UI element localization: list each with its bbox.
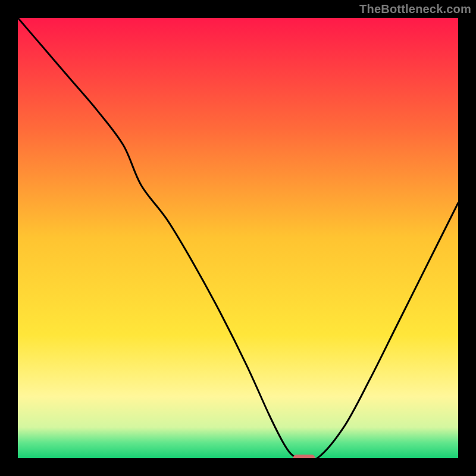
bottleneck-chart [18,18,458,458]
optimal-marker [293,455,315,458]
gradient-background [18,18,458,458]
plot-area [18,18,458,458]
watermark-label: TheBottleneck.com [359,2,471,16]
chart-frame: TheBottleneck.com [0,0,476,476]
